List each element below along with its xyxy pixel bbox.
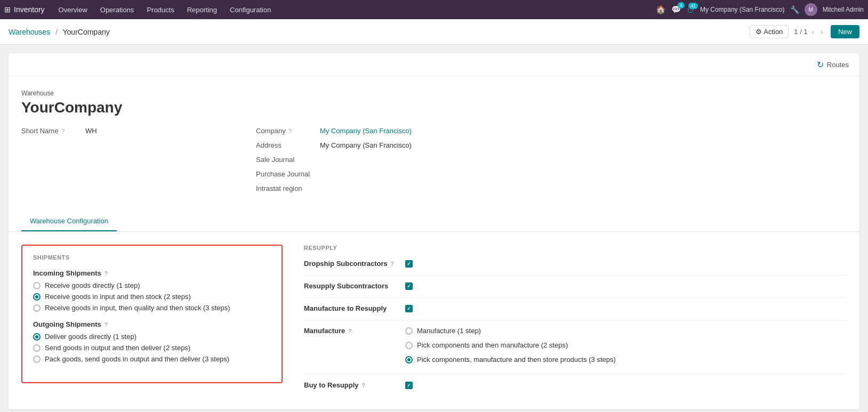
buy-resupply-label: Buy to Resupply ? [304, 381, 405, 389]
outgoing-option-1[interactable]: Deliver goods directly (1 step) [33, 333, 271, 341]
outgoing-option-2[interactable]: Send goods in output and then deliver (2… [33, 344, 271, 352]
manufacture-radio-2 [405, 342, 413, 349]
resupply-title: RESUPPLY [304, 245, 847, 251]
purchase-journal-field: Purchase Journal [256, 170, 847, 178]
divider-3 [304, 320, 847, 320]
dropship-label: Dropship Subcontractors ? [304, 260, 405, 268]
buy-resupply-tooltip: ? [361, 382, 365, 389]
user-avatar[interactable]: M [805, 3, 817, 16]
manufacture-radio-1 [405, 327, 413, 335]
warehouse-name-heading: YourCompany [21, 99, 847, 116]
resupply-subcontractors-checkbox-area[interactable] [405, 282, 413, 290]
top-navigation: ⊞ Inventory Overview Operations Products… [0, 0, 868, 19]
manufacture-radio-3 [405, 356, 413, 363]
outgoing-tooltip: ? [104, 321, 108, 328]
manufacture-resupply-checkbox-area[interactable] [405, 304, 413, 312]
nav-operations[interactable]: Operations [95, 4, 140, 16]
resupply-subcontractors-label: Resupply Subcontractors [304, 282, 405, 290]
activity-icon[interactable]: ⏱ 41 [687, 5, 695, 14]
manufacture-tooltip: ? [348, 328, 352, 334]
company-field-label: Company ? [256, 127, 320, 135]
activity-badge: 41 [688, 3, 698, 9]
routes-label: Routes [827, 61, 849, 69]
wrench-icon[interactable]: 🔧 [790, 5, 799, 14]
routes-button[interactable]: ↻ Routes [817, 60, 849, 70]
company-tooltip: ? [288, 128, 292, 134]
nav-configuration[interactable]: Configuration [224, 4, 276, 16]
config-section: SHIPMENTS Incoming Shipments ? Receive g… [9, 232, 859, 409]
nav-overview[interactable]: Overview [53, 4, 93, 16]
buy-resupply-checkbox[interactable] [405, 382, 413, 389]
form-right-column: Company ? My Company (San Francisco) Add… [256, 127, 847, 199]
incoming-radio-1 [33, 282, 41, 289]
tabs-bar: Warehouse Configuration [9, 212, 859, 232]
prev-page-button[interactable]: ‹ [810, 27, 817, 37]
resupply-panel: RESUPPLY Dropship Subcontractors ? [304, 245, 847, 397]
manufacture-resupply-label: Manufacture to Resupply [304, 304, 405, 312]
nav-menu: Overview Operations Products Reporting C… [53, 4, 656, 16]
outgoing-radio-1 [33, 333, 41, 341]
toolbar-right: ⚙ Action 1 / 1 ‹ › New [750, 25, 859, 38]
nav-products[interactable]: Products [141, 4, 179, 16]
sale-journal-field: Sale Journal [256, 156, 847, 164]
new-button[interactable]: New [831, 25, 859, 38]
grid-icon: ⊞ [4, 5, 11, 14]
breadcrumb: Warehouses / YourCompany [9, 28, 110, 36]
tab-warehouse-configuration[interactable]: Warehouse Configuration [21, 212, 117, 231]
manufacture-resupply-checkbox[interactable] [405, 305, 413, 312]
breadcrumb-parent[interactable]: Warehouses [9, 28, 50, 36]
routes-header: ↻ Routes [9, 53, 859, 77]
breadcrumb-separator: / [55, 28, 58, 36]
dropship-checkbox-area[interactable] [405, 260, 413, 268]
buy-resupply-row: Buy to Resupply ? [304, 381, 847, 389]
pagination-text: 1 / 1 [794, 28, 807, 36]
outgoing-option-3[interactable]: Pack goods, send goods in output and the… [33, 355, 271, 363]
incoming-tooltip: ? [104, 270, 108, 277]
manufacture-option-1[interactable]: Manufacture (1 step) [405, 327, 616, 335]
manufacture-options: Manufacture (1 step) Pick components and… [405, 327, 616, 367]
brand[interactable]: ⊞ Inventory [4, 5, 45, 14]
buy-resupply-checkbox-area[interactable] [405, 381, 413, 389]
shipments-box: SHIPMENTS Incoming Shipments ? Receive g… [21, 245, 283, 383]
main-content: ↻ Routes Warehouse YourCompany Short Nam… [0, 45, 868, 412]
resupply-subcontractors-checkbox[interactable] [405, 282, 413, 290]
next-page-button[interactable]: › [818, 27, 825, 37]
resupply-subcontractors-row: Resupply Subcontractors [304, 282, 847, 290]
dropship-checkbox[interactable] [405, 260, 413, 268]
intrastat-label: Intrastat region [256, 184, 320, 192]
form-left-column: Short Name ? WH [21, 127, 235, 199]
warehouse-field-label: Warehouse [21, 90, 847, 97]
home-icon[interactable]: 🏠 [656, 5, 666, 14]
incoming-shipments-group: Incoming Shipments ? Receive goods direc… [33, 269, 271, 312]
nav-reporting[interactable]: Reporting [182, 4, 222, 16]
manufacture-resupply-row: Manufacture to Resupply [304, 304, 847, 312]
breadcrumb-bar: Warehouses / YourCompany ⚙ Action 1 / 1 … [0, 19, 868, 45]
short-name-label: Short Name ? [21, 127, 85, 135]
outgoing-shipments-label: Outgoing Shipments ? [33, 320, 271, 328]
incoming-radio-2 [33, 293, 41, 301]
company-value[interactable]: My Company (San Francisco) [320, 127, 412, 135]
shipments-title: SHIPMENTS [33, 254, 271, 261]
incoming-option-1[interactable]: Receive goods directly (1 step) [33, 281, 271, 289]
manufacture-label: Manufacture ? [304, 327, 405, 335]
divider-4 [304, 374, 847, 375]
pagination: 1 / 1 ‹ › [794, 27, 825, 37]
manufacture-option-2[interactable]: Pick components and then manufacture (2 … [405, 341, 616, 349]
incoming-radio-3 [33, 304, 41, 312]
incoming-option-2[interactable]: Receive goods in input and then stock (2… [33, 293, 271, 301]
refresh-icon: ↻ [817, 60, 824, 70]
action-button[interactable]: ⚙ Action [750, 25, 789, 38]
manufacture-option-3[interactable]: Pick components, manufacture and then st… [405, 356, 616, 363]
messages-badge: 4 [678, 2, 685, 9]
shipments-panel: SHIPMENTS Incoming Shipments ? Receive g… [21, 245, 283, 397]
outgoing-radio-2 [33, 344, 41, 352]
app-name: Inventory [14, 5, 45, 14]
dropship-tooltip: ? [390, 261, 394, 267]
messages-icon[interactable]: 💬 4 [671, 5, 681, 14]
address-label: Address [256, 141, 320, 149]
incoming-option-3[interactable]: Receive goods in input, then quality and… [33, 304, 271, 312]
company-field: Company ? My Company (San Francisco) [256, 127, 847, 135]
form-main-row: Short Name ? WH Company ? My Company (Sa… [21, 127, 847, 199]
form-body: Warehouse YourCompany Short Name ? WH [9, 77, 859, 199]
company-label: My Company (San Francisco) [700, 6, 785, 13]
